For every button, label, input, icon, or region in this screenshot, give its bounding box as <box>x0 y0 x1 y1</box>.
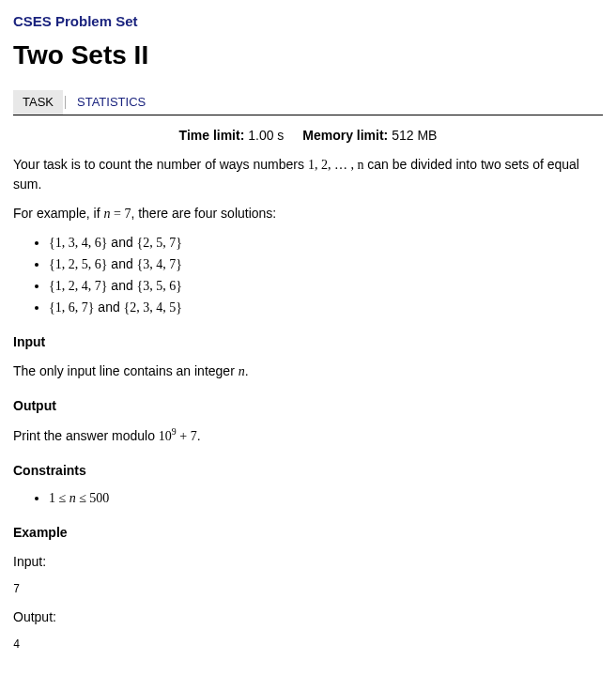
memory-limit-label: Memory limit: <box>302 128 388 143</box>
list-item: 1 ≤ n ≤ 500 <box>49 488 603 508</box>
input-var: n <box>239 364 245 378</box>
tab-statistics[interactable]: STATISTICS <box>68 90 155 115</box>
example-lead-1: For example, if <box>13 206 103 221</box>
tab-bar: TASKSTATISTICS <box>13 90 603 115</box>
solution-list: {1, 3, 4, 6} and {2, 5, 7} {1, 2, 5, 6} … <box>13 233 603 317</box>
memory-limit-value: 512 MB <box>392 128 437 143</box>
input-heading: Input <box>13 332 603 352</box>
list-item: {1, 3, 4, 6} and {2, 5, 7} <box>49 233 603 253</box>
problem-title: Two Sets II <box>13 37 603 73</box>
tab-separator <box>65 96 66 109</box>
example-output-value: 4 <box>13 637 603 653</box>
input-text-2: . <box>245 363 249 378</box>
output-text-1: Print the answer modulo <box>13 428 159 443</box>
list-item: {1, 6, 7} and {2, 3, 4, 5} <box>49 298 603 317</box>
list-item: {1, 2, 5, 6} and {3, 4, 7} <box>49 254 603 274</box>
problem-statement: Your task is to count the number of ways… <box>13 155 603 653</box>
set-b: {3, 5, 6} <box>137 279 182 293</box>
example-input-value: 7 <box>13 581 603 598</box>
set-b: {3, 4, 7} <box>137 257 182 271</box>
and-word: and <box>111 256 136 271</box>
set-b: {2, 3, 4, 5} <box>124 300 182 315</box>
and-word: and <box>98 300 123 315</box>
site-title-link[interactable]: CSES Problem Set <box>13 13 138 29</box>
example-heading: Example <box>13 523 603 543</box>
limits-row: Time limit: 1.00 s Memory limit: 512 MB <box>13 127 603 146</box>
list-item: {1, 2, 4, 7} and {3, 5, 6} <box>49 276 603 296</box>
output-description: Print the answer modulo 109 + 7. <box>13 425 603 446</box>
input-description: The only input line contains an integer … <box>13 361 603 381</box>
set-a: {1, 2, 4, 7} <box>49 279 107 293</box>
time-limit-value: 1.00 s <box>248 128 284 143</box>
output-math: 109 + 7 <box>159 429 197 443</box>
set-a: {1, 3, 4, 6} <box>49 236 107 250</box>
site-title: CSES Problem Set <box>13 11 603 31</box>
example-lead-math: n = 7 <box>103 207 131 221</box>
and-word: and <box>111 278 136 293</box>
set-a: {1, 2, 5, 6} <box>49 257 107 271</box>
intro-paragraph: Your task is to count the number of ways… <box>13 155 603 194</box>
tab-task[interactable]: TASK <box>13 90 63 115</box>
output-heading: Output <box>13 396 603 416</box>
set-a: {1, 6, 7} <box>49 300 94 315</box>
and-word: and <box>111 235 136 250</box>
output-text-2: . <box>197 428 201 443</box>
example-lead: For example, if n = 7, there are four so… <box>13 204 603 223</box>
constraints-list: 1 ≤ n ≤ 500 <box>13 488 603 508</box>
example-lead-2: , there are four solutions: <box>131 206 276 221</box>
input-text-1: The only input line contains an integer <box>13 363 239 378</box>
example-output-label: Output: <box>13 607 603 627</box>
example-input-label: Input: <box>13 552 603 572</box>
time-limit-label: Time limit: <box>179 128 245 143</box>
set-b: {2, 5, 7} <box>137 236 182 250</box>
constraints-heading: Constraints <box>13 461 603 481</box>
constraint-text: 1 ≤ n ≤ 500 <box>49 491 109 505</box>
intro-math: 1, 2, … , n <box>308 158 364 172</box>
intro-text-1: Your task is to count the number of ways… <box>13 157 308 172</box>
